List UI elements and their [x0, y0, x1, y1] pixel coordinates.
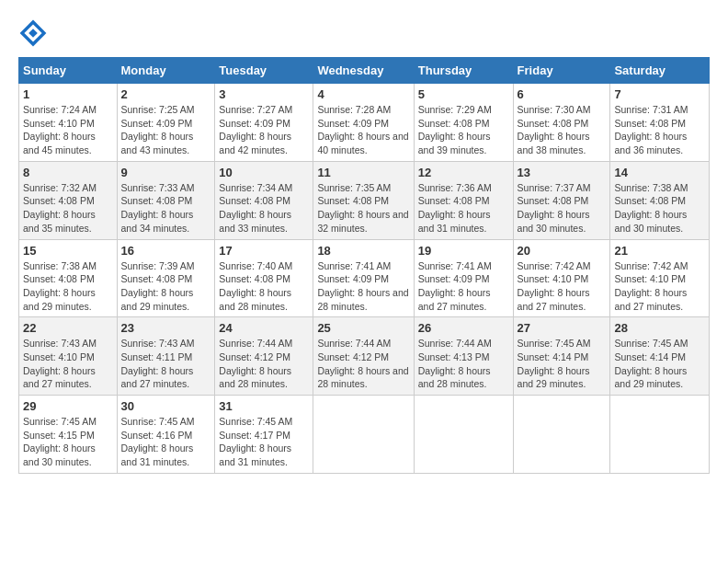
day-detail: Sunrise: 7:38 AMSunset: 4:08 PMDaylight:…	[23, 259, 113, 314]
day-number: 23	[121, 321, 211, 335]
day-detail: Sunrise: 7:37 AMSunset: 4:08 PMDaylight:…	[518, 181, 607, 236]
day-number: 25	[317, 321, 409, 335]
day-number: 10	[219, 166, 309, 179]
calendar-cell: 29Sunrise: 7:45 AMSunset: 4:15 PMDayligh…	[19, 396, 118, 474]
calendar-cell: 5Sunrise: 7:29 AMSunset: 4:08 PMDaylight…	[414, 84, 513, 162]
calendar-cell: 30Sunrise: 7:45 AMSunset: 4:16 PMDayligh…	[117, 396, 215, 474]
day-number: 20	[518, 244, 607, 258]
day-number: 8	[23, 166, 113, 179]
calendar-cell: 11Sunrise: 7:35 AMSunset: 4:08 PMDayligh…	[313, 161, 414, 239]
logo-icon	[18, 18, 48, 48]
header-wednesday: Wednesday	[313, 58, 414, 84]
day-detail: Sunrise: 7:45 AMSunset: 4:15 PMDaylight:…	[23, 415, 113, 469]
day-number: 1	[23, 87, 113, 101]
calendar-cell: 2Sunrise: 7:25 AMSunset: 4:09 PMDaylight…	[117, 84, 215, 162]
calendar-cell: 14Sunrise: 7:38 AMSunset: 4:08 PMDayligh…	[610, 161, 710, 239]
header-sunday: Sunday	[19, 58, 118, 84]
day-number: 30	[121, 399, 211, 413]
day-number: 21	[614, 244, 705, 258]
calendar-cell	[610, 396, 710, 474]
day-detail: Sunrise: 7:42 AMSunset: 4:10 PMDaylight:…	[614, 259, 705, 314]
day-detail: Sunrise: 7:43 AMSunset: 4:11 PMDaylight:…	[121, 337, 211, 391]
day-number: 17	[219, 244, 309, 258]
day-detail: Sunrise: 7:30 AMSunset: 4:08 PMDaylight:…	[518, 103, 607, 157]
calendar-cell: 17Sunrise: 7:40 AMSunset: 4:08 PMDayligh…	[215, 239, 313, 317]
calendar-cell: 18Sunrise: 7:41 AMSunset: 4:09 PMDayligh…	[313, 239, 414, 317]
calendar-header-row: SundayMondayTuesdayWednesdayThursdayFrid…	[19, 58, 710, 84]
day-detail: Sunrise: 7:41 AMSunset: 4:09 PMDaylight:…	[317, 259, 409, 314]
day-number: 28	[614, 321, 705, 335]
day-number: 26	[418, 321, 509, 335]
day-detail: Sunrise: 7:44 AMSunset: 4:12 PMDaylight:…	[317, 337, 409, 391]
calendar-cell: 1Sunrise: 7:24 AMSunset: 4:10 PMDaylight…	[19, 84, 118, 162]
day-number: 31	[219, 399, 309, 413]
header-monday: Monday	[117, 58, 215, 84]
day-detail: Sunrise: 7:36 AMSunset: 4:08 PMDaylight:…	[418, 181, 509, 236]
day-detail: Sunrise: 7:35 AMSunset: 4:08 PMDaylight:…	[317, 181, 409, 236]
calendar-cell: 23Sunrise: 7:43 AMSunset: 4:11 PMDayligh…	[117, 317, 215, 396]
calendar-cell	[513, 396, 610, 474]
calendar-cell: 25Sunrise: 7:44 AMSunset: 4:12 PMDayligh…	[313, 317, 414, 396]
calendar-cell: 28Sunrise: 7:45 AMSunset: 4:14 PMDayligh…	[610, 317, 710, 396]
logo	[18, 18, 51, 48]
day-number: 7	[614, 87, 705, 101]
day-detail: Sunrise: 7:42 AMSunset: 4:10 PMDaylight:…	[518, 259, 607, 314]
calendar-cell: 10Sunrise: 7:34 AMSunset: 4:08 PMDayligh…	[215, 161, 313, 239]
day-detail: Sunrise: 7:45 AMSunset: 4:16 PMDaylight:…	[121, 415, 211, 469]
day-detail: Sunrise: 7:40 AMSunset: 4:08 PMDaylight:…	[219, 259, 309, 314]
calendar-cell: 12Sunrise: 7:36 AMSunset: 4:08 PMDayligh…	[414, 161, 513, 239]
day-number: 18	[317, 244, 409, 258]
day-detail: Sunrise: 7:43 AMSunset: 4:10 PMDaylight:…	[23, 337, 113, 391]
calendar-cell: 6Sunrise: 7:30 AMSunset: 4:08 PMDaylight…	[513, 84, 610, 162]
day-detail: Sunrise: 7:29 AMSunset: 4:08 PMDaylight:…	[418, 103, 509, 157]
day-number: 2	[121, 87, 211, 101]
day-detail: Sunrise: 7:34 AMSunset: 4:08 PMDaylight:…	[219, 181, 309, 236]
calendar-cell: 22Sunrise: 7:43 AMSunset: 4:10 PMDayligh…	[19, 317, 118, 396]
day-number: 3	[219, 87, 309, 101]
calendar-cell: 3Sunrise: 7:27 AMSunset: 4:09 PMDaylight…	[215, 84, 313, 162]
day-detail: Sunrise: 7:45 AMSunset: 4:14 PMDaylight:…	[518, 337, 607, 391]
day-detail: Sunrise: 7:38 AMSunset: 4:08 PMDaylight:…	[614, 181, 705, 236]
week-row-5: 29Sunrise: 7:45 AMSunset: 4:15 PMDayligh…	[19, 396, 710, 474]
calendar-cell: 26Sunrise: 7:44 AMSunset: 4:13 PMDayligh…	[414, 317, 513, 396]
day-detail: Sunrise: 7:31 AMSunset: 4:08 PMDaylight:…	[614, 103, 705, 157]
day-number: 14	[614, 166, 705, 179]
calendar-cell	[414, 396, 513, 474]
day-number: 29	[23, 399, 113, 413]
calendar-cell: 20Sunrise: 7:42 AMSunset: 4:10 PMDayligh…	[513, 239, 610, 317]
header-saturday: Saturday	[610, 58, 710, 84]
calendar-cell: 21Sunrise: 7:42 AMSunset: 4:10 PMDayligh…	[610, 239, 710, 317]
calendar-table: SundayMondayTuesdayWednesdayThursdayFrid…	[18, 57, 710, 474]
calendar-cell: 15Sunrise: 7:38 AMSunset: 4:08 PMDayligh…	[19, 239, 118, 317]
calendar-cell: 4Sunrise: 7:28 AMSunset: 4:09 PMDaylight…	[313, 84, 414, 162]
day-detail: Sunrise: 7:45 AMSunset: 4:17 PMDaylight:…	[219, 415, 309, 469]
day-detail: Sunrise: 7:41 AMSunset: 4:09 PMDaylight:…	[418, 259, 509, 314]
day-number: 16	[121, 244, 211, 258]
day-number: 4	[317, 87, 409, 101]
day-number: 9	[121, 166, 211, 179]
day-detail: Sunrise: 7:27 AMSunset: 4:09 PMDaylight:…	[219, 103, 309, 157]
day-number: 27	[518, 321, 607, 335]
calendar-cell	[313, 396, 414, 474]
page-header	[18, 18, 710, 48]
day-detail: Sunrise: 7:39 AMSunset: 4:08 PMDaylight:…	[121, 259, 211, 314]
day-detail: Sunrise: 7:25 AMSunset: 4:09 PMDaylight:…	[121, 103, 211, 157]
day-number: 24	[219, 321, 309, 335]
header-tuesday: Tuesday	[215, 58, 313, 84]
calendar-cell: 31Sunrise: 7:45 AMSunset: 4:17 PMDayligh…	[215, 396, 313, 474]
day-detail: Sunrise: 7:24 AMSunset: 4:10 PMDaylight:…	[23, 103, 113, 157]
header-thursday: Thursday	[414, 58, 513, 84]
week-row-1: 1Sunrise: 7:24 AMSunset: 4:10 PMDaylight…	[19, 84, 710, 162]
day-number: 12	[418, 166, 509, 179]
calendar-cell: 19Sunrise: 7:41 AMSunset: 4:09 PMDayligh…	[414, 239, 513, 317]
day-detail: Sunrise: 7:32 AMSunset: 4:08 PMDaylight:…	[23, 181, 113, 236]
calendar-cell: 8Sunrise: 7:32 AMSunset: 4:08 PMDaylight…	[19, 161, 118, 239]
day-number: 15	[23, 244, 113, 258]
header-friday: Friday	[513, 58, 610, 84]
calendar-cell: 24Sunrise: 7:44 AMSunset: 4:12 PMDayligh…	[215, 317, 313, 396]
day-detail: Sunrise: 7:28 AMSunset: 4:09 PMDaylight:…	[317, 103, 409, 157]
day-number: 13	[518, 166, 607, 179]
day-detail: Sunrise: 7:45 AMSunset: 4:14 PMDaylight:…	[614, 337, 705, 391]
day-number: 11	[317, 166, 409, 179]
day-number: 19	[418, 244, 509, 258]
